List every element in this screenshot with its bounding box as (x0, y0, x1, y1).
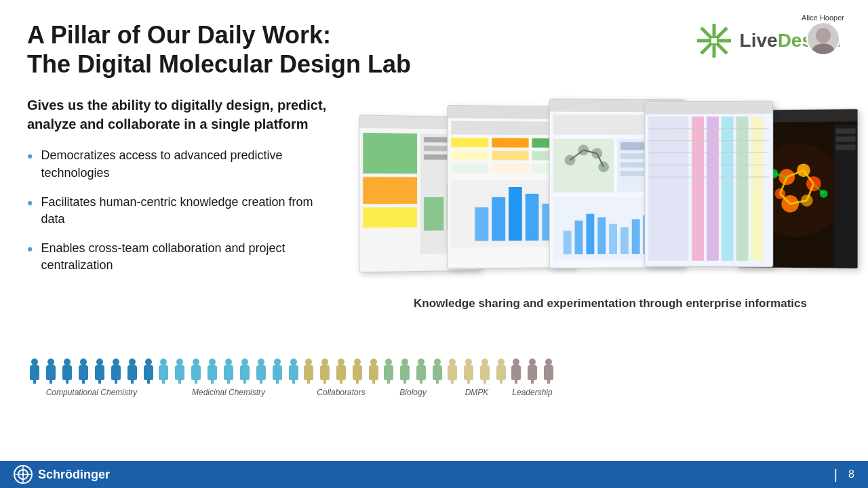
svg-rect-54 (575, 221, 583, 255)
svg-rect-10 (363, 177, 417, 204)
svg-point-108 (193, 359, 199, 365)
svg-point-98 (31, 359, 38, 365)
bullet-list: • Democratizes access to advanced predic… (27, 147, 339, 274)
slide-main: A Pillar of Our Daily Work: The Digital … (0, 0, 868, 461)
person-icon (205, 357, 220, 384)
svg-rect-59 (632, 220, 640, 254)
svg-point-126 (481, 359, 488, 365)
svg-point-103 (113, 359, 119, 365)
page-number: 8 (848, 468, 854, 481)
title-line2: The Digital Molecular Design Lab (27, 49, 694, 79)
svg-rect-27 (451, 163, 488, 173)
person-icon (366, 357, 381, 384)
image-caption: Knowledge sharing and experimentation th… (414, 296, 807, 312)
group-label-3: Biology (399, 388, 426, 397)
user-name: Alice Hooper (802, 14, 844, 22)
people-icons-2 (301, 357, 381, 384)
svg-point-113 (274, 359, 281, 365)
svg-point-104 (129, 359, 136, 365)
footer-company-name: Schrödinger (38, 468, 110, 482)
svg-rect-11 (363, 207, 417, 228)
svg-rect-24 (451, 151, 488, 161)
left-panel: Gives us the ability to digitally design… (27, 92, 339, 343)
person-icon (125, 357, 140, 384)
svg-point-116 (321, 359, 328, 365)
svg-rect-67 (722, 117, 734, 261)
svg-point-130 (545, 359, 552, 365)
svg-rect-28 (492, 164, 528, 174)
bullet-text-2: Facilitates human-centric knowledge crea… (41, 194, 339, 228)
svg-rect-64 (648, 117, 688, 262)
footer-bar: Schrödinger | 8 (0, 461, 868, 488)
svg-point-106 (160, 359, 167, 365)
person-icon (525, 357, 540, 384)
svg-rect-68 (736, 117, 749, 261)
svg-point-122 (418, 359, 425, 365)
svg-rect-31 (475, 207, 488, 241)
screenshot-4 (644, 101, 773, 268)
people-group-0: Computational Chemistry (27, 357, 156, 397)
svg-rect-95 (836, 129, 856, 134)
person-icon (414, 357, 429, 384)
person-icon (141, 357, 156, 384)
person-icon (60, 357, 75, 384)
bullet-item-3: • Enables cross-team collaboration and p… (27, 240, 339, 274)
people-group-1: Medicinal Chemistry (156, 357, 301, 397)
svg-rect-25 (492, 151, 528, 161)
people-group-4: DMPK (445, 357, 509, 397)
person-icon (445, 357, 460, 384)
people-icons-4 (445, 357, 509, 384)
person-icon (237, 357, 252, 384)
svg-point-109 (209, 359, 216, 365)
people-icons-3 (381, 357, 445, 384)
person-icon (509, 357, 524, 384)
group-label-1: Medicinal Chemistry (192, 388, 265, 397)
svg-rect-66 (707, 117, 719, 261)
group-label-5: Leadership (512, 388, 552, 397)
person-icon (317, 357, 332, 384)
people-icons-0 (27, 357, 156, 384)
svg-rect-96 (836, 137, 856, 142)
person-icon (334, 357, 349, 384)
right-panel: Knowledge sharing and experimentation th… (359, 92, 861, 343)
person-icon (156, 357, 171, 384)
svg-point-114 (290, 359, 297, 365)
svg-point-120 (385, 359, 392, 365)
people-group-3: Biology (381, 357, 445, 397)
bullet-dot-3: • (27, 241, 33, 258)
group-label-4: DMPK (465, 388, 489, 397)
screenshot-stack (359, 96, 861, 285)
person-icon (430, 357, 445, 384)
group-label-0: Computational Chemistry (46, 388, 138, 397)
person-icon (477, 357, 492, 384)
user-avatar (806, 22, 840, 56)
people-group-2: Collaborators (301, 357, 381, 397)
svg-rect-33 (509, 187, 522, 241)
people-group-5: Leadership (509, 357, 556, 397)
intro-text: Gives us the ability to digitally design… (27, 96, 339, 134)
person-icon (461, 357, 476, 384)
svg-rect-34 (526, 194, 539, 241)
svg-point-101 (80, 359, 87, 365)
svg-point-111 (241, 359, 248, 365)
svg-point-123 (434, 359, 441, 365)
svg-rect-97 (836, 145, 856, 150)
svg-point-0 (815, 28, 830, 43)
person-icon (270, 357, 285, 384)
group-label-2: Collaborators (317, 388, 365, 397)
bullet-dot-2: • (27, 195, 33, 211)
person-icon (189, 357, 203, 384)
bullet-text-3: Enables cross-team collaboration and pro… (41, 240, 339, 274)
svg-rect-9 (363, 133, 417, 174)
svg-point-1 (812, 43, 834, 54)
svg-rect-32 (492, 197, 505, 241)
person-icon (350, 357, 365, 384)
svg-point-100 (64, 359, 71, 365)
bullet-dot-1: • (27, 148, 33, 165)
svg-rect-6 (711, 38, 717, 43)
svg-point-115 (305, 359, 312, 365)
svg-rect-22 (492, 138, 528, 148)
person-icon (301, 357, 316, 384)
svg-point-102 (96, 359, 103, 365)
people-icons-5 (509, 357, 556, 384)
